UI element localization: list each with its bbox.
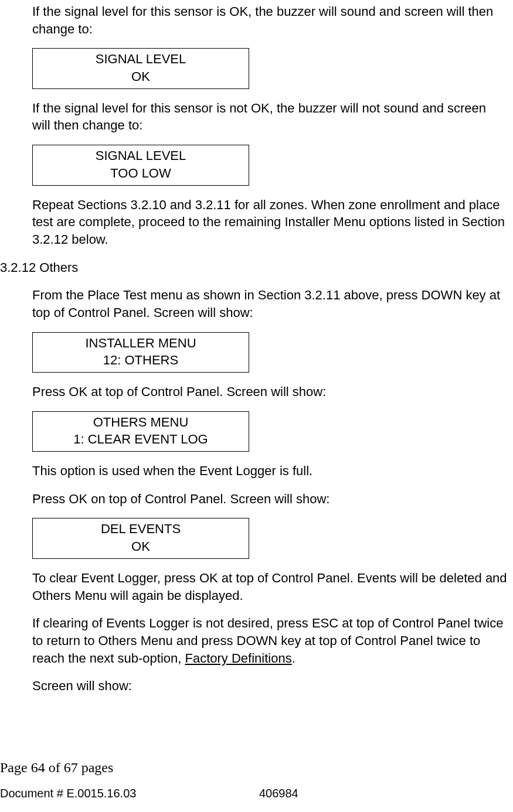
paragraph: This option is used when the Event Logge… — [32, 462, 507, 480]
screen-line: 1: CLEAR EVENT LOG — [33, 431, 249, 448]
paragraph: If the signal level for this sensor is O… — [32, 3, 507, 37]
underlined-text: Factory Definitions — [185, 651, 292, 666]
paragraph: Screen will show: — [32, 677, 507, 695]
screen-line: INSTALLER MENU — [33, 335, 249, 352]
screen-display-box: DEL EVENTS OK — [32, 518, 249, 558]
document-number: Document # E.0015.16.03 — [0, 786, 136, 801]
paragraph: If clearing of Events Logger is not desi… — [32, 615, 507, 667]
paragraph-text: . — [292, 651, 295, 666]
screen-line: 12: OTHERS — [33, 352, 249, 369]
screen-line: SIGNAL LEVEL — [33, 50, 249, 68]
reference-number: 406984 — [259, 786, 298, 801]
screen-display-box: SIGNAL LEVEL TOO LOW — [32, 145, 249, 185]
section-heading: 3.2.12 Others — [0, 259, 507, 277]
paragraph: Press OK at top of Control Panel. Screen… — [32, 383, 507, 401]
paragraph: To clear Event Logger, press OK at top o… — [32, 569, 507, 604]
screen-display-box: INSTALLER MENU 12: OTHERS — [32, 332, 249, 373]
screen-display-box: SIGNAL LEVEL OK — [32, 48, 249, 88]
paragraph: If the signal level for this sensor is n… — [32, 100, 507, 134]
screen-line: DEL EVENTS — [33, 520, 249, 538]
screen-line: OK — [33, 538, 249, 555]
page-number: Page 64 of 67 pages — [0, 758, 113, 777]
screen-line: OK — [33, 68, 249, 86]
screen-line: SIGNAL LEVEL — [33, 147, 249, 165]
screen-display-box: OTHERS MENU 1: CLEAR EVENT LOG — [32, 411, 249, 452]
paragraph: Repeat Sections 3.2.10 and 3.2.11 for al… — [32, 196, 507, 248]
paragraph: Press OK on top of Control Panel. Screen… — [32, 490, 507, 508]
screen-line: TOO LOW — [33, 165, 249, 182]
screen-line: OTHERS MENU — [33, 414, 249, 431]
paragraph: From the Place Test menu as shown in Sec… — [32, 286, 507, 321]
